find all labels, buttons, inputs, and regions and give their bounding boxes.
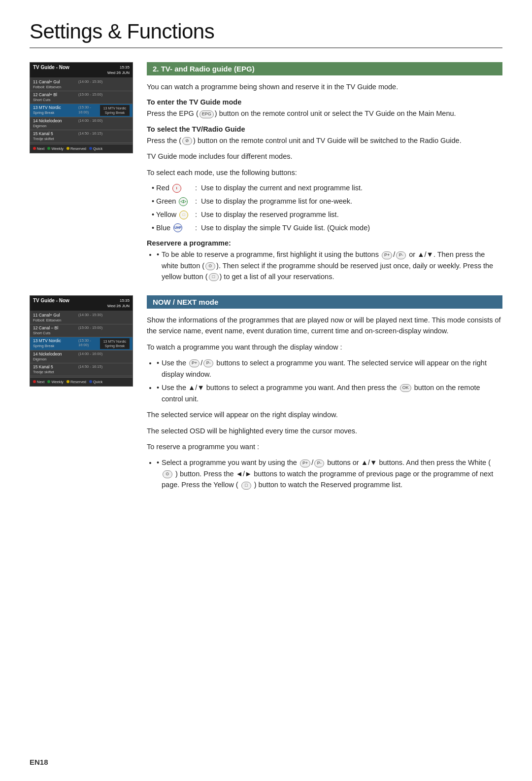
tv-guide-time-2: 15:35 xyxy=(107,298,130,303)
color-name-green: • Green xyxy=(152,196,176,207)
pminus-icon: P- xyxy=(396,251,406,259)
yellow-btn-icon-2: □ xyxy=(241,482,251,490)
pminus-icon-3: P- xyxy=(314,460,324,467)
yellow-description: Use to display the reserved programme li… xyxy=(201,210,339,220)
green-description: Use to display the programme list for on… xyxy=(201,196,352,207)
footer-btn-quick: Quick xyxy=(89,146,102,151)
section1-header: 2. TV- and Radio guide (EPG) xyxy=(147,62,502,75)
color-btn-red: • Red i : Use to display the current and… xyxy=(152,183,502,194)
section2-header: NOW / NEXT mode xyxy=(147,295,502,309)
pminus-icon-2: P- xyxy=(203,359,213,367)
para-select-guide: Press the (⊘) button on the remote contr… xyxy=(147,135,502,146)
red-circle-icon: i xyxy=(172,184,181,193)
yellow-circle-icon: □ xyxy=(179,211,188,219)
section2-intro: Show the informations of the programmes … xyxy=(147,315,502,337)
yellow-btn-icon: □ xyxy=(209,273,219,281)
tv-guide-row: 12 Canal+ Bl Short Cuts (15:00 - 15:00) xyxy=(30,91,133,104)
subtitle-enter-guide: To enter the TV Guide mode xyxy=(147,98,502,106)
modes-intro: TV Guide mode includes four different mo… xyxy=(147,151,502,162)
section1-content: 2. TV- and Radio guide (EPG) You can wat… xyxy=(147,62,502,287)
tv-guide-widget-2: TV Guide - Now 15:35 Wed 26 JUN 11 Canal… xyxy=(30,295,133,496)
radio-switch-icon: ⊘ xyxy=(182,137,192,145)
tv-guide-row: 15 Kanal 5 Tredje skiftet (14:50 - 16:15… xyxy=(30,130,133,143)
reserve-title: Reservere a programme: xyxy=(147,239,502,247)
red-description: Use to display the current and next prog… xyxy=(201,183,363,194)
footer-btn-weekly: Weekly xyxy=(47,146,63,151)
footer-btn-reserved-2: Reserved xyxy=(66,380,86,384)
tv-guide-time: 15:35 xyxy=(107,65,130,70)
color-btn-yellow: • Yellow □ : Use to display the reserved… xyxy=(152,210,502,220)
tv-guide-widget-1: TV Guide - Now 15:35 Wed 26 JUN 11 Canal… xyxy=(30,62,133,287)
tv-guide-row-2: 15 Kanal 5 Tredje skiftet (14:50 - 16:15… xyxy=(30,363,133,376)
blue-circle-icon: UHF xyxy=(173,223,182,232)
pplus-icon-2: P+ xyxy=(189,359,200,367)
tv-guide-row-2: 14 Nickelodeon Digimon (14:00 - 16:00) xyxy=(30,351,133,363)
footer-btn-weekly-2: Weekly xyxy=(47,380,63,384)
footer-btn-quick-2: Quick xyxy=(89,380,102,384)
tv-guide-title-2: TV Guide - Now xyxy=(33,298,69,303)
color-name-blue: • Blue xyxy=(152,223,170,234)
para-enter-guide: Press the EPG (EPG) button on the remote… xyxy=(147,108,502,119)
section2-content: NOW / NEXT mode Show the informations of… xyxy=(147,295,502,496)
watch-bullet-1: Use the P+/P- buttons to select a progra… xyxy=(157,357,502,380)
color-name-yellow: • Yellow xyxy=(152,210,176,220)
tv-guide-row-highlighted-2: 13 MTV Nordic Spring Break (15:30 - 16:0… xyxy=(30,337,133,351)
blue-description: Use to display the simple TV Guide list.… xyxy=(201,223,370,234)
selected-service-text: The selected service will appear on the … xyxy=(147,409,502,420)
white-btn-icon-2: ⊙ xyxy=(163,470,172,478)
color-name-red: • Red xyxy=(152,183,169,194)
green-circle-icon: ◁▷ xyxy=(179,197,188,206)
reserve-bullet-2: Select a programme you want by using the… xyxy=(157,457,502,490)
footer-btn-reserved: Reserved xyxy=(66,146,86,151)
section2-reserve-title: To reserve a programme you want : xyxy=(147,441,502,452)
color-btn-blue: • Blue UHF : Use to display the simple T… xyxy=(152,223,502,234)
selected-osd-text: The selected OSD will be highlighted eve… xyxy=(147,426,502,436)
reserve-bullet-1: To be able to reserve a programme, first… xyxy=(157,249,502,282)
section1-intro: You can watch a programme being shown an… xyxy=(147,81,502,92)
color-button-list: • Red i : Use to display the current and… xyxy=(152,183,502,233)
footer-btn-next: Next xyxy=(33,146,44,151)
ok-btn-icon: OK xyxy=(400,384,411,392)
modes-select: To select each mode, use the following b… xyxy=(147,167,502,178)
reserve-bullets: To be able to reserve a programme, first… xyxy=(157,249,502,282)
tv-guide-date: Wed 26 JUN xyxy=(107,70,130,75)
subtitle-select-guide: To select the TV/Radio Guide xyxy=(147,125,502,133)
page-footer: EN18 xyxy=(30,758,48,766)
section2-watch-bullets: Use the P+/P- buttons to select a progra… xyxy=(157,357,502,404)
tv-guide-row-highlighted: 13 MTV Nordic Spring Break (15:30 - 16:0… xyxy=(30,104,133,117)
footer-btn-next-2: Next xyxy=(33,380,44,384)
epg-button-icon: EPG xyxy=(200,110,214,118)
tv-guide-date-2: Wed 26 JUN xyxy=(107,303,130,309)
tv-guide-row-2: 12 Canal – Bl Short Cuts (15:00 - 15:00) xyxy=(30,324,133,337)
pplus-icon: P+ xyxy=(382,251,392,259)
page-title: Settings & Functions xyxy=(30,20,502,48)
tv-guide-row-2: 11 Canal+ Gul Fotboll: Elitseven (14:30 … xyxy=(30,312,133,324)
watch-bullet-2: Use the ▲/▼ buttons to select a programm… xyxy=(157,382,502,404)
white-btn-icon: ⊙ xyxy=(205,262,215,270)
pplus-icon-3: P+ xyxy=(300,460,310,467)
section2-watch-title: To watch a programme you want through th… xyxy=(147,342,502,353)
tv-guide-title: TV Guide - Now xyxy=(33,65,69,70)
color-btn-green: • Green ◁▷ : Use to display the programm… xyxy=(152,196,502,207)
section2-reserve-bullets: Select a programme you want by using the… xyxy=(157,457,502,490)
tv-guide-row: 11 Canal+ Gul Fotboll: Elitseven (14:00 … xyxy=(30,78,133,91)
tv-guide-row: 14 Nickelodeon Digimon (14:00 - 16:00) xyxy=(30,117,133,130)
